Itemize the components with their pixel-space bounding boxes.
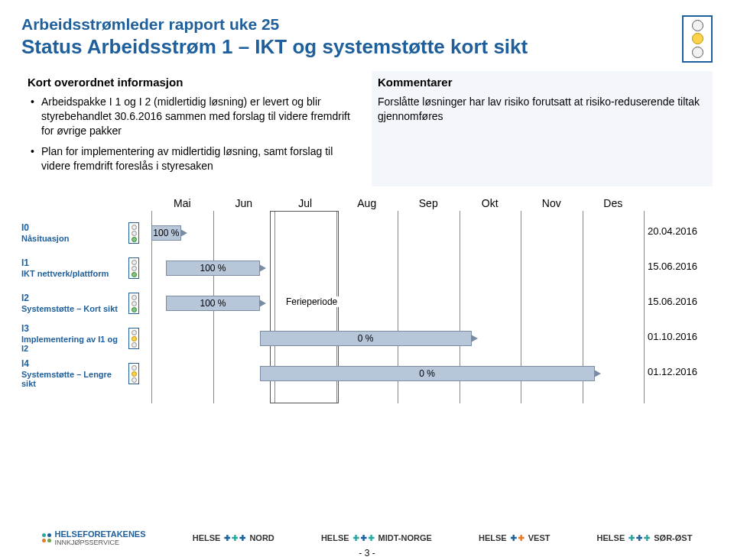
- row-traffic-icon: [128, 222, 139, 244]
- logo-subtext: INNKJØPSSERVICE: [55, 539, 146, 546]
- info-left-panel: Kort overordnet informasjon Arbeidspakke…: [21, 71, 362, 186]
- row-traffic-icon: [128, 328, 139, 349]
- logo-vest: HELSE VEST: [479, 533, 550, 542]
- row-date: 15.06.2016: [648, 261, 713, 272]
- timeline-row: I3Implementering av I1 og I2: [21, 327, 713, 350]
- logo-midt: HELSE MIDT-NORGE: [321, 533, 432, 542]
- report-line: Arbeidsstrømleder rapport uke 25: [21, 15, 682, 34]
- traffic-yellow-icon: [692, 33, 703, 44]
- info-bullet: Plan for implementering av midlertidig l…: [31, 144, 356, 173]
- row-date: 01.12.2016: [648, 366, 713, 377]
- info-bullet: Arbeidspakke I 1 og I 2 (midlertidig løs…: [31, 95, 356, 138]
- timeline-chart: Mai Jun Jul Aug Sep Okt Nov Des 100 %100…: [21, 197, 713, 403]
- row-date: 15.06.2016: [648, 296, 713, 307]
- row-traffic-icon: [128, 363, 139, 384]
- row-label: I0Nåsituasjon: [21, 223, 127, 243]
- info-right-heading: Kommentarer: [378, 76, 706, 89]
- info-right-panel: Kommentarer Forslåtte løsninger har lav …: [372, 71, 713, 186]
- row-label: I4Systemstøtte – Lengre sikt: [21, 359, 127, 389]
- page-number: - 3 -: [359, 548, 375, 558]
- row-label: I1IKT nettverk/plattform: [21, 258, 127, 278]
- timeline-row: I4Systemstøtte – Lengre sikt: [21, 362, 713, 385]
- logo-nord: HELSE NORD: [193, 533, 274, 542]
- row-date: 01.10.2016: [648, 331, 713, 342]
- timeline-row: I0Nåsituasjon: [21, 222, 713, 244]
- timeline-row: I1IKT nettverk/plattform: [21, 257, 713, 280]
- timeline-row: I2Systemstøtte – Kort sikt: [21, 292, 713, 315]
- row-label: I3Implementering av I1 og I2: [21, 324, 127, 354]
- row-date: 20.04.2016: [648, 225, 713, 237]
- status-traffic-light: [682, 15, 713, 63]
- traffic-green-icon: [692, 47, 703, 58]
- page-title: Status Arbeidsstrøm 1 – IKT og systemstø…: [21, 35, 682, 59]
- comment-text: Forslåtte løsninger har lav risiko forut…: [378, 95, 706, 124]
- logo-sorost: HELSE SØR-ØST: [597, 533, 693, 542]
- row-traffic-icon: [128, 257, 139, 279]
- logo-hinas: HELSEFORETAKENES INNKJØPSSERVICE: [42, 529, 146, 546]
- traffic-red-icon: [692, 20, 703, 31]
- row-label: I2Systemstøtte – Kort sikt: [21, 293, 127, 313]
- logo-text: HELSEFORETAKENES: [55, 529, 146, 539]
- info-left-heading: Kort overordnet informasjon: [28, 76, 356, 89]
- row-traffic-icon: [128, 293, 139, 314]
- footer-logos: HELSEFORETAKENES INNKJØPSSERVICE HELSE N…: [0, 529, 734, 546]
